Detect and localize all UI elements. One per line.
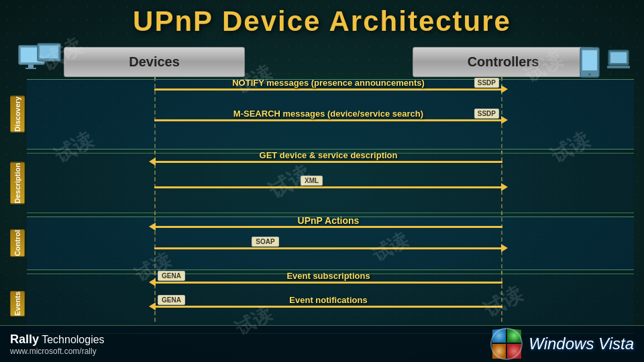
vista-text-container: Windows Vista	[529, 335, 634, 353]
svg-rect-3	[25, 68, 36, 69]
eventnotif-label: Event notifications	[289, 295, 367, 305]
xml-arrow-container: XML	[154, 186, 502, 188]
footer-brand: Rally Technologies www.microsoft.com/ral…	[10, 333, 105, 356]
msearch-protocol: SSDP	[474, 109, 499, 119]
device-icon	[17, 42, 64, 81]
svg-rect-7	[582, 50, 597, 70]
control-label: Control	[10, 229, 25, 257]
controllers-header: Controllers	[413, 47, 594, 77]
vista-logo: Windows Vista	[490, 327, 634, 361]
xml-protocol: XML	[301, 176, 323, 186]
devices-label: Devices	[129, 54, 180, 70]
vista-os-name: Windows Vista	[529, 335, 634, 353]
notify-arrow-container: NOTIFY messages (presence announcements)…	[154, 88, 502, 90]
svg-rect-11	[607, 66, 630, 68]
devices-header: Devices	[64, 47, 245, 77]
notify-protocol: SSDP	[474, 78, 499, 88]
diagram: Devices Controllers Discovery	[10, 47, 634, 322]
page-title: UPnP Device Architecture	[0, 5, 644, 38]
footer: Rally Technologies www.microsoft.com/ral…	[0, 325, 644, 362]
laptop-icon	[607, 49, 630, 76]
vista-flag-icon	[490, 327, 523, 361]
soap-protocol: SOAP	[252, 237, 278, 247]
notify-label: NOTIFY messages (presence announcements)	[232, 78, 425, 88]
eventsub-protocol: GENA	[158, 271, 185, 281]
svg-point-8	[588, 73, 591, 76]
brand-suffix: Technologies	[39, 334, 105, 345]
msearch-arrow-container: M-SEARCH messages (device/service search…	[154, 119, 502, 121]
svg-rect-2	[28, 64, 34, 68]
eventnotif-arrow-container: Event notifications GENA	[154, 306, 502, 308]
eventsub-arrow-container: Event subscriptions GENA	[154, 282, 502, 284]
control-section: Control UPnP Actions SOAP	[10, 217, 634, 270]
svg-rect-5	[40, 46, 58, 58]
get-arrow-container: GET device & service description	[154, 161, 502, 163]
eventnotif-protocol: GENA	[158, 295, 185, 305]
actions-label: UPnP Actions	[298, 215, 360, 226]
events-label: Events	[10, 291, 25, 316]
description-label: Description	[10, 162, 25, 204]
controllers-label: Controllers	[468, 54, 539, 70]
discovery-section: Discovery NOTIFY messages (presence anno…	[10, 79, 634, 149]
soap-arrow-container: SOAP	[154, 247, 502, 249]
svg-rect-10	[610, 52, 627, 63]
controller-icons	[579, 46, 630, 78]
description-section: Description GET device & service descrip…	[10, 153, 634, 213]
eventsub-label: Event subscriptions	[286, 271, 370, 281]
get-label: GET device & service description	[260, 150, 398, 160]
footer-url: www.microsoft.com/rally	[10, 347, 105, 356]
msearch-label: M-SEARCH messages (device/service search…	[233, 109, 423, 119]
pda-icon	[579, 46, 604, 78]
actions-arrow-container: UPnP Actions	[154, 226, 502, 228]
discovery-label: Discovery	[10, 96, 25, 133]
brand-name: Rally	[10, 333, 39, 346]
